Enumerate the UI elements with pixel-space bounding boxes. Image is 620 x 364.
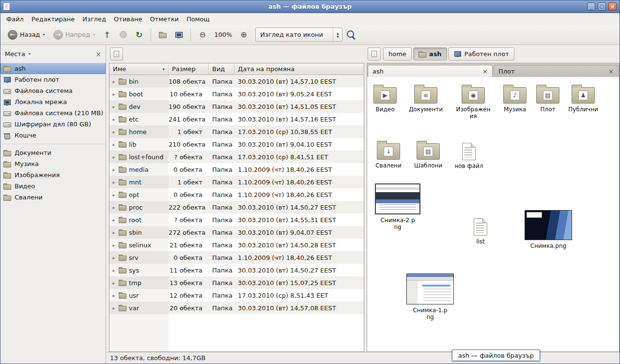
menu-item[interactable]: Помощ xyxy=(183,14,214,24)
expander-icon[interactable]: ▸ xyxy=(111,117,116,122)
zoom-out-button[interactable]: ⊖ xyxy=(195,28,210,42)
forward-button[interactable]: → Напред ▾ xyxy=(50,27,99,43)
icon-view-item[interactable]: list xyxy=(462,216,499,245)
table-row[interactable]: ▸ sbin 272 обекта Папка 30.03.2010 (вт) … xyxy=(109,226,364,239)
breadcrumb-button[interactable]: home xyxy=(383,47,412,61)
sidebar-item[interactable]: Работен плот xyxy=(0,74,106,85)
close-tab-icon[interactable]: × xyxy=(480,68,488,75)
table-row[interactable]: ▸ home 1 обект Папка 17.03.2010 (ср) 10,… xyxy=(109,125,364,138)
search-button[interactable] xyxy=(344,28,358,42)
expander-icon[interactable]: ▸ xyxy=(111,230,116,235)
back-button[interactable]: ← Назад ▾ xyxy=(4,27,48,43)
expander-icon[interactable]: ▸ xyxy=(111,293,116,298)
icon-view-item[interactable]: ≡ Документи xyxy=(405,84,446,113)
table-row[interactable]: ▸ usr 12 обекта Папка 17.03.2010 (ср) 8,… xyxy=(109,289,364,302)
table-row[interactable]: ▸ proc 222 обекта Папка 30.03.2010 (вт) … xyxy=(109,201,364,213)
table-row[interactable]: ▸ srv 0 обекта Папка 1.10.2009 (чт) 18,4… xyxy=(109,251,364,264)
expander-icon[interactable]: ▸ xyxy=(111,305,116,311)
expander-icon[interactable]: ▸ xyxy=(111,154,116,160)
table-row[interactable]: ▸ dev 190 обекта Папка 30.03.2010 (вт) 1… xyxy=(109,100,364,113)
table-row[interactable]: ▸ sys 11 обекта Папка 30.03.2010 (вт) 14… xyxy=(109,264,364,276)
sidebar-item[interactable]: Документи xyxy=(0,147,106,158)
expander-icon[interactable]: ▸ xyxy=(111,255,116,260)
menu-item[interactable]: Отметки xyxy=(146,14,182,24)
expander-icon[interactable]: ▸ xyxy=(111,217,116,223)
icon-view-item[interactable]: ▶ Видео xyxy=(367,84,405,113)
expander-icon[interactable]: ▸ xyxy=(111,79,116,84)
sidebar-item[interactable]: Кошче xyxy=(0,130,106,141)
sidebar-item[interactable]: Файлова система xyxy=(0,85,106,96)
tab[interactable]: Плот × xyxy=(494,65,619,77)
location-toggle-button[interactable] xyxy=(110,47,123,61)
zoom-in-button[interactable]: ⊕ xyxy=(236,28,251,42)
breadcrumb-button[interactable]: Работен плот xyxy=(449,47,514,61)
table-row[interactable]: ▸ lost+found ? обекта Папка 17.03.2010 (… xyxy=(109,151,364,163)
expander-icon[interactable]: ▸ xyxy=(111,268,116,273)
table-row[interactable]: ▸ lib 210 обекта Папка 30.03.2010 (вт) 9… xyxy=(109,138,364,151)
column-header-name[interactable]: Име ▾ xyxy=(109,63,169,75)
expander-icon[interactable]: ▸ xyxy=(111,104,116,109)
maximize-button[interactable]: □ xyxy=(598,2,606,11)
expander-icon[interactable]: ▸ xyxy=(111,205,116,210)
menu-item[interactable]: Файл xyxy=(2,14,28,24)
sidebar-title[interactable]: Места xyxy=(5,50,25,58)
close-tab-icon[interactable]: × xyxy=(605,68,614,75)
icon-view-item[interactable]: Снимка.png xyxy=(521,210,575,249)
icon-view-item[interactable]: ▤ Плот xyxy=(527,84,568,113)
column-header-type[interactable]: Вид xyxy=(209,63,234,75)
titlebar[interactable]: ash — файлов браузър _ □ × xyxy=(0,0,620,13)
minimize-button[interactable]: _ xyxy=(587,2,595,11)
icon-view-item[interactable]: Снимка-2.png xyxy=(371,183,425,230)
sidebar-item[interactable]: Свалени xyxy=(0,192,106,203)
stop-button[interactable] xyxy=(116,28,130,42)
icon-view-item[interactable]: ▤ Шаблони xyxy=(408,140,449,169)
expander-icon[interactable]: ▸ xyxy=(111,142,116,147)
computer-button[interactable] xyxy=(171,28,186,42)
table-row[interactable]: ▸ var 20 обекта Папка 30.03.2010 (вт) 14… xyxy=(109,302,364,314)
icon-view-item[interactable]: Снимка-1.png xyxy=(403,273,457,320)
table-row[interactable]: ▸ root ? обекта Папка 30.03.2010 (вт) 14… xyxy=(109,213,364,226)
expander-icon[interactable]: ▸ xyxy=(111,243,116,248)
location-toggle-button[interactable] xyxy=(368,47,381,61)
menu-item[interactable]: Изглед xyxy=(78,14,110,24)
close-button[interactable]: × xyxy=(608,2,617,11)
file-name: mnt xyxy=(129,179,141,186)
column-header-size[interactable]: Размер xyxy=(169,63,209,75)
icon-view-item[interactable]: ♟ Публични xyxy=(563,84,604,113)
sidebar-item[interactable]: Видео xyxy=(0,181,106,192)
icon-view-item[interactable]: ↓ Свалени xyxy=(368,140,409,169)
sidebar-item[interactable]: Локална мрежа xyxy=(0,96,106,107)
expander-icon[interactable]: ▸ xyxy=(111,280,116,286)
view-mode-select[interactable]: Изглед като икони ▲▼ xyxy=(255,28,342,42)
breadcrumb-button[interactable]: ash xyxy=(413,47,447,61)
home-button[interactable] xyxy=(155,28,170,42)
table-row[interactable]: ▸ etc 241 обекта Папка 30.03.2010 (вт) 1… xyxy=(109,113,364,125)
reload-button[interactable]: ↻ xyxy=(132,28,146,42)
expander-icon[interactable]: ▸ xyxy=(111,91,116,97)
icon-view-item[interactable]: ◉ Изображения xyxy=(453,84,494,120)
expander-icon[interactable]: ▸ xyxy=(111,129,116,135)
sidebar-item[interactable]: Файлова система (210 MB) xyxy=(0,107,106,119)
table-row[interactable]: ▸ media 0 обекта Папка 1.10.2009 (чт) 18… xyxy=(109,163,364,176)
sidebar-item[interactable]: Изображения xyxy=(0,169,106,181)
sidebar-item[interactable]: Шифриран дял (80 GB) xyxy=(0,119,106,130)
sidebar-item[interactable]: ash xyxy=(0,63,106,74)
expander-icon[interactable]: ▸ xyxy=(111,192,116,197)
table-row[interactable]: ▸ opt 0 обекта Папка 1.10.2009 (чт) 18,4… xyxy=(109,188,364,201)
up-button[interactable]: ↑ xyxy=(100,28,114,42)
table-row[interactable]: ▸ tmp 13 обекта Папка 30.03.2010 (вт) 15… xyxy=(109,276,364,289)
menu-item[interactable]: Отиване xyxy=(110,14,146,24)
table-row[interactable]: ▸ selinux 21 обекта Папка 30.03.2010 (вт… xyxy=(109,239,364,251)
column-header-date[interactable]: Дата на промяна xyxy=(234,63,364,75)
breadcrumb-label: Работен плот xyxy=(465,50,509,58)
expander-icon[interactable]: ▸ xyxy=(111,167,116,172)
expander-icon[interactable]: ▸ xyxy=(111,180,116,185)
table-row[interactable]: ▸ mnt 1 обект Папка 1.10.2009 (чт) 18,40… xyxy=(109,176,364,188)
icon-view-item[interactable]: нов файл xyxy=(450,141,487,169)
close-sidebar-button[interactable]: × xyxy=(95,50,101,58)
table-row[interactable]: ▸ boot 10 обекта Папка 30.03.2010 (вт) 9… xyxy=(109,88,364,100)
tab[interactable]: ash × xyxy=(368,65,493,77)
menu-item[interactable]: Редактиране xyxy=(28,14,78,24)
table-row[interactable]: ▸ bin 108 обекта Папка 30.03.2010 (вт) 1… xyxy=(109,75,364,88)
sidebar-item[interactable]: Музика xyxy=(0,158,106,169)
